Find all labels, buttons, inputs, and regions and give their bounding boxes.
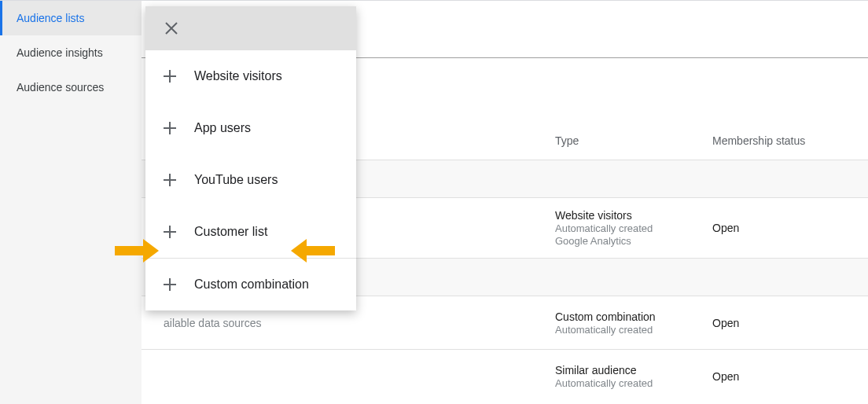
sidebar-item-label: Audience insights: [17, 46, 103, 59]
name-fragment: ailable data sources: [164, 317, 262, 329]
plus-icon: [163, 277, 177, 292]
menu-item-label: Custom combination: [194, 277, 309, 292]
type-secondary: Automatically created: [555, 377, 712, 389]
type-secondary: Google Analytics: [555, 235, 712, 247]
sidebar-item-label: Audience lists: [17, 12, 84, 24]
plus-icon: [163, 121, 177, 135]
plus-icon: [163, 225, 177, 239]
status-cell: Open: [712, 370, 846, 383]
menu-item-custom-combination[interactable]: Custom combination: [145, 259, 356, 310]
type-primary: Similar audience: [555, 364, 712, 376]
sidebar-item-audience-sources[interactable]: Audience sources: [0, 70, 142, 105]
svg-rect-0: [115, 246, 143, 255]
column-header-type[interactable]: Type: [555, 134, 712, 147]
menu-item-app-users[interactable]: App users: [145, 102, 356, 154]
svg-marker-1: [143, 239, 159, 263]
menu-item-label: App users: [194, 121, 251, 135]
close-icon[interactable]: [164, 21, 178, 35]
status-cell: Open: [712, 222, 846, 234]
table-row[interactable]: Similar audience Automatically created O…: [142, 350, 868, 403]
popup-header: [145, 6, 356, 50]
sidebar: Audience lists Audience insights Audienc…: [0, 1, 142, 404]
type-secondary: Automatically created: [555, 222, 712, 234]
plus-icon: [163, 69, 177, 83]
sidebar-item-audience-insights[interactable]: Audience insights: [0, 35, 142, 70]
main-content: Audience lists Type Membership status We…: [142, 1, 868, 404]
svg-marker-3: [291, 239, 307, 263]
menu-item-label: Website visitors: [194, 69, 282, 83]
menu-item-website-visitors[interactable]: Website visitors: [145, 50, 356, 102]
type-primary: Website visitors: [555, 209, 712, 222]
status-cell: Open: [712, 317, 846, 329]
sidebar-item-audience-lists[interactable]: Audience lists: [0, 1, 142, 35]
column-header-status[interactable]: Membership status: [712, 134, 846, 147]
menu-item-youtube-users[interactable]: YouTube users: [145, 154, 356, 206]
svg-rect-2: [307, 246, 335, 255]
sidebar-item-label: Audience sources: [17, 81, 104, 94]
annotation-arrow-left: [115, 239, 159, 263]
type-secondary: Automatically created: [555, 324, 712, 336]
plus-icon: [163, 173, 177, 187]
create-audience-menu: Website visitors App users YouTube users…: [145, 6, 356, 310]
menu-item-label: Customer list: [194, 225, 267, 239]
type-primary: Custom combination: [555, 310, 712, 323]
annotation-arrow-right: [291, 239, 335, 263]
menu-item-label: YouTube users: [194, 173, 278, 187]
